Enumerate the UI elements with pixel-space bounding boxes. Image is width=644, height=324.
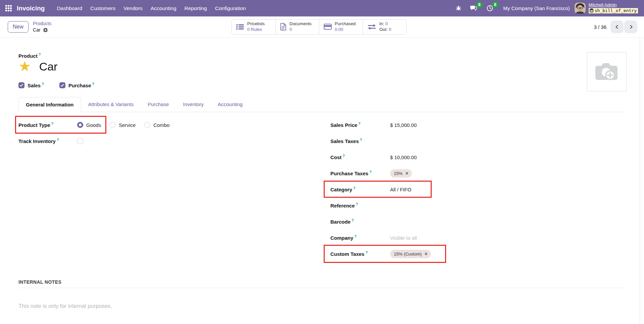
vertical-scrollbar[interactable]: [640, 38, 644, 324]
database-name: sh_bill_of_entry: [595, 8, 637, 13]
in-out-smart-button[interactable]: In: 0 Out: 0: [363, 19, 406, 34]
pager-value: 3 / 36: [594, 24, 606, 30]
in-value: 0: [385, 21, 388, 26]
camera-add-icon: [594, 61, 620, 82]
radio-combo[interactable]: Combo: [144, 122, 169, 128]
remove-tag-icon[interactable]: ×: [406, 171, 408, 176]
top-navbar: Invoicing Dashboard Customers Vendors Ac…: [0, 0, 644, 16]
pricelists-smart-button[interactable]: Pricelists 0 Rules: [232, 19, 275, 34]
help-icon: ?: [92, 82, 94, 86]
menu-dashboard[interactable]: Dashboard: [53, 0, 86, 16]
purchase-taxes-row: Purchase Taxes? 15% ×: [330, 165, 624, 181]
menu-vendors[interactable]: Vendors: [119, 0, 147, 16]
sales-taxes-label: Sales Taxes?: [330, 138, 390, 144]
sales-taxes-row: Sales Taxes?: [330, 133, 624, 149]
sales-price-row: Sales Price? $ 15,000.00: [330, 117, 624, 133]
messages-badge: 8: [476, 2, 483, 8]
sales-price-value[interactable]: $ 15,000.00: [390, 122, 417, 128]
database-icon: [590, 8, 593, 13]
category-value[interactable]: All / FIFO: [390, 187, 411, 192]
messages-icon[interactable]: 8: [466, 5, 482, 11]
radio-service[interactable]: Service: [110, 122, 136, 128]
debug-bug-icon[interactable]: [451, 5, 466, 11]
radio-unselected-icon: [110, 122, 116, 128]
breadcrumb-products-link[interactable]: Products: [33, 20, 51, 27]
track-inventory-label: Track Inventory?: [18, 138, 77, 144]
documents-smart-button[interactable]: Documents 0: [275, 19, 319, 34]
activities-badge: 8: [492, 2, 499, 8]
menu-reporting[interactable]: Reporting: [180, 0, 211, 16]
menu-accounting[interactable]: Accounting: [147, 0, 180, 16]
company-switcher[interactable]: My Company (San Francisco): [503, 5, 570, 11]
help-icon: ?: [360, 138, 362, 142]
purchased-label: Purchased: [335, 21, 356, 27]
product-form: Product? ★ Car Sales? Purchase? General …: [0, 38, 644, 309]
pricelists-label: Pricelists: [247, 21, 265, 27]
pager-next-button[interactable]: [624, 20, 637, 33]
remove-tag-icon[interactable]: ×: [425, 251, 427, 256]
help-icon: ?: [57, 138, 59, 142]
cost-value[interactable]: $ 10,000.00: [390, 154, 417, 160]
product-image-upload[interactable]: [587, 52, 627, 91]
user-block[interactable]: Mitchell Admin sh_bill_of_entry: [589, 2, 638, 14]
track-inventory-row: Track Inventory?: [18, 133, 330, 149]
document-icon: [280, 23, 286, 31]
new-button[interactable]: New: [8, 21, 29, 33]
help-icon: ?: [354, 234, 357, 238]
notebook-tabs: General Information Attributes & Variant…: [18, 97, 624, 112]
breadcrumb: Products Car: [33, 20, 51, 33]
tab-general-information[interactable]: General Information: [18, 97, 81, 112]
internal-notes-editor[interactable]: This note is only for internal purposes.: [18, 303, 624, 309]
purchase-checkbox[interactable]: Purchase?: [59, 82, 94, 88]
chevron-left-icon: [614, 24, 620, 30]
user-name[interactable]: Mitchell Admin: [589, 2, 638, 8]
product-field-label: Product?: [18, 53, 624, 59]
tab-purchase[interactable]: Purchase: [141, 97, 176, 112]
help-icon: ?: [353, 186, 356, 190]
user-avatar[interactable]: [575, 3, 586, 14]
form-left-column: Product Type? Goods Service Combo: [18, 117, 330, 262]
chevron-right-icon: [628, 24, 634, 30]
sales-price-label: Sales Price?: [330, 122, 390, 128]
pager-previous-button[interactable]: [610, 20, 624, 33]
purchased-smart-button[interactable]: Purchased 0.00: [319, 19, 363, 34]
help-icon: ?: [342, 154, 345, 158]
systray: 8 8 My Company (San Francisco) Mitchell …: [451, 2, 638, 14]
cost-label: Cost?: [330, 154, 390, 160]
purchase-tax-tag[interactable]: 15% ×: [390, 169, 412, 178]
radio-goods[interactable]: Goods: [77, 122, 101, 128]
barcode-label: Barcode?: [330, 219, 390, 225]
transfer-arrows-icon: [367, 24, 376, 30]
menu-configuration[interactable]: Configuration: [211, 0, 250, 16]
custom-tax-tag[interactable]: 15% (Custom) ×: [390, 250, 431, 258]
documents-label: Documents: [289, 21, 312, 27]
tab-attributes-variants[interactable]: Attributes & Variants: [81, 97, 141, 112]
track-inventory-checkbox[interactable]: [77, 138, 83, 144]
notes-divider: [18, 288, 624, 288]
checked-checkbox-icon: [18, 82, 24, 88]
product-name[interactable]: Car: [39, 60, 58, 73]
help-icon: ?: [39, 52, 41, 56]
help-icon: ?: [358, 122, 361, 126]
company-value[interactable]: Visible to all: [390, 235, 417, 241]
documents-value: 0: [289, 27, 292, 32]
product-type-radio-group: Goods Service Combo: [77, 122, 178, 128]
actions-gear-icon[interactable]: [43, 28, 48, 33]
help-icon: ?: [356, 202, 358, 206]
pricelists-value: 0 Rules: [247, 27, 262, 32]
sales-checkbox[interactable]: Sales?: [18, 82, 44, 88]
company-label: Company?: [330, 235, 390, 241]
tab-inventory[interactable]: Inventory: [176, 97, 211, 112]
apps-menu-icon[interactable]: [5, 5, 12, 11]
favorite-star-icon[interactable]: ★: [18, 59, 31, 74]
app-name[interactable]: Invoicing: [17, 5, 45, 12]
activities-clock-icon[interactable]: 8: [482, 5, 498, 12]
custom-taxes-row: Custom Taxes? 15% (Custom) ×: [330, 246, 624, 262]
help-icon: ?: [369, 170, 372, 174]
pager: 3 / 36: [594, 20, 637, 33]
credit-card-icon: [324, 24, 332, 30]
menu-customers[interactable]: Customers: [86, 0, 119, 16]
tab-accounting[interactable]: Accounting: [211, 97, 250, 112]
purchase-taxes-label: Purchase Taxes?: [330, 171, 390, 176]
purchased-value: 0.00: [335, 27, 343, 32]
